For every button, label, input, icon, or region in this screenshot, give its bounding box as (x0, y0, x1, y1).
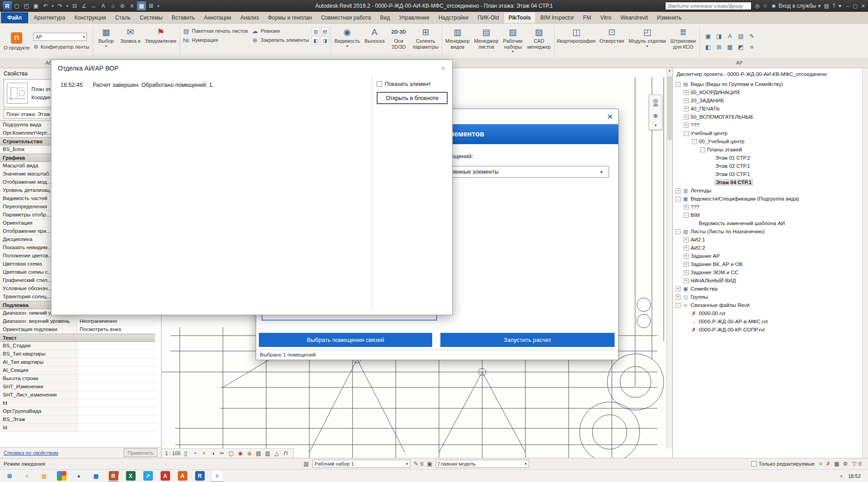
tile-windows-icon[interactable]: ⊞ (146, 1, 156, 10)
property-row[interactable]: BS_Стадия (0, 342, 155, 350)
browser-icon[interactable]: ● (70, 470, 87, 482)
tree-expand-toggle[interactable] (708, 172, 713, 177)
cad-manager-button[interactable]: ▨ CADменеджер (525, 25, 553, 58)
select-by-id-icon[interactable]: ⌗ (819, 461, 823, 467)
minimize-button[interactable]: – (846, 3, 849, 9)
binoculars-icon[interactable]: ◎ (755, 3, 759, 9)
property-row[interactable]: AI_Тип квартиры (0, 358, 155, 367)
properties-help-link[interactable]: Справка по свойствам (4, 450, 58, 456)
property-row[interactable]: SHT_Лист_изменения (0, 391, 155, 399)
tree-item[interactable]: + 20_ЗАДАНИЕ (673, 96, 868, 105)
tab-modify[interactable]: Изменить (652, 12, 686, 23)
tree-item[interactable]: + 40_ПЕЧАТЬ (673, 105, 868, 113)
qat-customize-arrow[interactable]: ▾ (156, 1, 161, 10)
tab-view[interactable]: Вид (375, 12, 394, 23)
tree-expand-toggle[interactable]: + (684, 98, 689, 103)
tree-expand-toggle[interactable]: + (684, 90, 689, 95)
undo-icon[interactable]: ↶ (41, 1, 50, 10)
tab-annotate[interactable]: Аннотации (199, 12, 236, 23)
tree-expand-toggle[interactable]: + (684, 205, 689, 210)
tree-item[interactable]: Этаж 02 СТР.1 (673, 162, 868, 170)
ribbon-small-icon[interactable]: ◧ (703, 42, 713, 52)
tree-expand-toggle[interactable] (708, 164, 713, 169)
redo-icon[interactable]: ↷ (56, 1, 65, 10)
tree-item[interactable]: Этаж 01 СТР.2 (673, 154, 868, 162)
help-icon[interactable]: ? (833, 3, 836, 9)
shadows-icon[interactable]: ◑ (209, 450, 217, 457)
ribbon-mini-icon[interactable]: ◨ (321, 36, 329, 45)
leader-button[interactable]: A Выноска (362, 25, 387, 58)
property-row[interactable]: Текст (0, 334, 155, 342)
property-row[interactable]: Орг.ГруппаВида (0, 407, 155, 416)
tree-item[interactable]: + Задание ЭОМ и СС (673, 268, 868, 276)
tree-expand-toggle[interactable]: + (684, 123, 689, 128)
tab-piktools[interactable]: PikTools (504, 12, 536, 23)
tab-analyze[interactable]: Анализ (236, 12, 263, 23)
scrollbar-thumb[interactable] (667, 76, 672, 140)
excel-icon[interactable]: X (122, 470, 139, 482)
tree-item[interactable]: + ??? (673, 203, 868, 211)
zoom-icon[interactable]: ⊕ (650, 110, 661, 121)
analytical-model-icon[interactable]: △ (273, 450, 281, 457)
view-scale[interactable]: 1 : 100 (165, 451, 181, 456)
tree-expand-toggle[interactable]: + (684, 278, 689, 283)
notepad-icon[interactable]: ≡ (208, 470, 226, 482)
apply-button[interactable]: Применить (124, 448, 157, 457)
visual-style-icon[interactable]: ◔ (191, 450, 199, 457)
ribbon-small-icon[interactable]: ▤ (736, 31, 746, 41)
tree-item[interactable]: + ▥ Легенды (673, 186, 868, 195)
ribbon-small-icon[interactable]: ≡ (747, 42, 757, 52)
tree-item[interactable]: + 00_КООРДИНАЦИЯ (673, 88, 868, 96)
tree-expand-toggle[interactable] (684, 311, 689, 316)
ribbon-mini-icon[interactable]: ▥ (312, 27, 320, 35)
openings-button[interactable]: ⊡ Отверстия (597, 25, 626, 58)
temporary-view-properties-icon[interactable]: ▥ (264, 450, 272, 457)
select-linked-rooms-button[interactable]: Выбрать помещения связей (259, 333, 432, 347)
tab-steel[interactable]: Сталь (111, 12, 135, 23)
ribbon-configurator-button[interactable]: ⚙ Конфигуратор ленты (33, 44, 89, 50)
close-icon[interactable]: ✕ (607, 113, 613, 121)
help-arrow[interactable]: ▾ (838, 3, 841, 9)
tree-item[interactable]: + 50_ВСПОМОГАТЕЛЬНЫЕ (673, 113, 868, 121)
property-row[interactable]: Диапазон: верхний уровень Неограниченно (0, 317, 155, 326)
ribbon-small-icon[interactable]: ▦ (725, 42, 735, 52)
selection-settings-icon[interactable]: ⚙ (843, 461, 848, 467)
tab-addins[interactable]: Надстройки (434, 12, 473, 23)
tree-item[interactable]: + АИ2.1 (673, 236, 868, 244)
tab-fm[interactable]: FM (579, 12, 595, 23)
tree-expand-toggle[interactable]: + (684, 254, 689, 259)
sun-path-icon[interactable]: ☀ (200, 450, 208, 457)
tree-item[interactable]: Этаж 04 СТР.1 (673, 178, 868, 186)
tree-expand-toggle[interactable]: - (676, 82, 681, 87)
worksets-button[interactable]: ▧ Рабочиенаборы ▾ (501, 25, 525, 58)
run-calculation-button[interactable]: Запустить расчет (440, 333, 615, 347)
ribbon-small-icon[interactable]: ◨ (714, 31, 724, 41)
sign-in-menu[interactable]: ☻ Вход в службы ▾ (771, 3, 821, 9)
tree-item[interactable]: + НАЧАЛЬНЫЙ ВИД (673, 276, 868, 285)
ribbon-small-icon[interactable]: ◩ (736, 42, 746, 52)
tab-weandrevit[interactable]: Weandrevit (616, 12, 652, 23)
tab-bim-inspector[interactable]: BIM Inspector (536, 12, 579, 23)
temporary-hide-isolate-icon[interactable]: ◉ (237, 450, 244, 457)
tree-item[interactable]: ↓ 0000-Р-ЖД-00-АР-в-МФС.rvt (673, 317, 868, 326)
ribbon-small-icon[interactable]: ✎ (747, 31, 757, 41)
property-row[interactable]: BS_Этаж (0, 416, 155, 424)
favorites-icon[interactable]: ☆ (763, 3, 768, 9)
tree-expand-toggle[interactable] (684, 319, 689, 324)
tab-vitro[interactable]: Vitro (595, 12, 616, 23)
tray-chevron-icon[interactable]: ∧ (840, 474, 843, 478)
tree-item[interactable]: + АИ2.2 (673, 244, 868, 252)
tree-item[interactable]: - ▤ Виды (Виды по Группам и Семейству) (673, 80, 868, 88)
pin-elements-button[interactable]: ⊕Закрепить элементы (252, 36, 309, 44)
file-explorer-icon[interactable]: ▤ (35, 470, 53, 482)
scroll-up-icon[interactable]: ▴ (669, 68, 671, 72)
tab-structure[interactable]: Конструкция (70, 12, 111, 23)
revit-icon[interactable]: R (105, 470, 122, 482)
tree-expand-toggle[interactable]: - (700, 147, 705, 152)
tree-item[interactable]: - 00_Учебный центр (673, 137, 868, 146)
selection-button[interactable]: ▦ Выбор ▾ (94, 25, 118, 58)
tree-expand-toggle[interactable] (692, 221, 697, 226)
tree-expand-toggle[interactable]: - (676, 303, 681, 308)
tree-item[interactable]: - ▦ Ведомости/Спецификации (Подгруппа ви… (673, 195, 868, 203)
close-icon[interactable]: ✕ (441, 65, 446, 72)
